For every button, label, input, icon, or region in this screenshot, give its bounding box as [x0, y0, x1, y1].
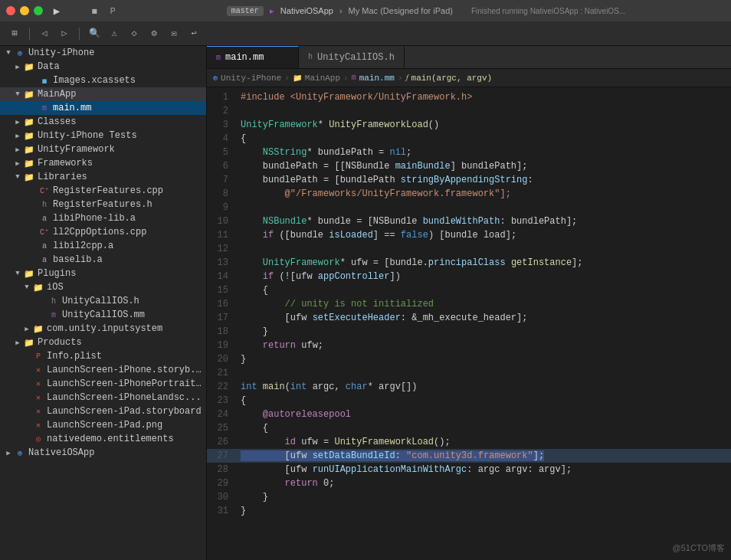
sidebar-item-info-plist[interactable]: P Info.plist	[0, 349, 206, 363]
tab-unitycallios-h[interactable]: h UnityCallIOS.h	[299, 46, 405, 68]
sidebar-item-main-mm[interactable]: m main.mm	[0, 101, 206, 115]
line-num: 4	[207, 132, 238, 146]
code-line-7: 7 bundlePath = [bundlePath stringByAppen…	[207, 173, 731, 187]
sidebar-item-unity-iphone[interactable]: ▼ ⊕ Unity-iPhone	[0, 46, 206, 60]
toolbar: ⊞ ◁ ▷ 🔍 ⚠ ◇ ⚙ ✉ ↩	[0, 21, 731, 46]
sidebar-item-launchscreen-ipad-story[interactable]: ✕ LaunchScreen-iPad.storyboard	[0, 404, 206, 418]
code-line-30: 30 }	[207, 490, 731, 504]
sidebar-item-data[interactable]: ▶ 📁 Data	[0, 60, 206, 74]
code-line-19: 19 return ufw;	[207, 339, 731, 352]
nav-back-btn[interactable]: ◁	[36, 25, 53, 42]
line-num: 13	[207, 256, 238, 270]
sidebar-item-plugins[interactable]: ▼ 📁 Plugins	[0, 267, 206, 280]
nav-forward-btn[interactable]: ▷	[56, 25, 73, 42]
tab-main-mm[interactable]: m main.mm	[207, 46, 299, 68]
close-button[interactable]	[6, 6, 15, 15]
comment-btn[interactable]: ✉	[166, 25, 182, 42]
gear-btn[interactable]: ⚙	[146, 25, 162, 42]
line-content: [ufw setExecuteHeader: &_mh_execute_head…	[238, 311, 527, 325]
sidebar-label: com.unity.inputsystem	[44, 323, 162, 334]
code-line-27: 27 [ufw setDataBundleId: "com.unity3d.fr…	[207, 449, 731, 463]
sidebar-item-products[interactable]: ▶ 📁 Products	[0, 336, 206, 349]
sidebar-item-launchscreen-portrait[interactable]: ✕ LaunchScreen-iPhonePortrait...	[0, 377, 206, 391]
sidebar-item-mainapp[interactable]: ▼ 📁 MainApp	[0, 87, 206, 101]
sidebar-item-images-xcassets[interactable]: ◼ Images.xcassets	[0, 74, 206, 87]
code-line-11: 11 if ([bundle isLoaded] == false) [bund…	[207, 228, 731, 242]
sidebar-item-ios[interactable]: ▼ 📁 iOS	[0, 280, 206, 294]
sidebar-item-registerfeatures-cpp[interactable]: C⁺ RegisterFeatures.cpp	[0, 184, 206, 198]
line-num: 24	[207, 408, 238, 421]
sidebar-label: LaunchScreen-iPhoneLandsc...	[44, 392, 202, 403]
sidebar-item-libiphone[interactable]: a libiPhone-lib.a	[0, 211, 206, 225]
code-editor[interactable]: 1 #include <UnityFramework/UnityFramewor…	[207, 87, 731, 560]
scheme-btn[interactable]: P	[106, 2, 123, 19]
folder-icon: 📁	[23, 62, 35, 72]
line-num: 21	[207, 366, 238, 380]
editor-area: m main.mm h UnityCallIOS.h ⊕ Unity-iPhon…	[207, 46, 731, 560]
sidebar-item-launchscreen-landscape[interactable]: ✕ LaunchScreen-iPhoneLandsc...	[0, 391, 206, 404]
breadcrumb-sep-3: ›	[398, 74, 403, 83]
sidebar-label: Images.xcassets	[51, 75, 136, 86]
line-num: 5	[207, 146, 238, 159]
sidebar-item-launchscreen-iphone[interactable]: ✕ LaunchScreen-iPhone.storyb...	[0, 363, 206, 377]
sidebar-item-unitycallios-h[interactable]: h UnityCallIOS.h	[0, 294, 206, 308]
plist-icon: P	[32, 352, 44, 361]
arrow-icon: ▼	[12, 270, 23, 277]
breadcrumb-file-label: main.mm	[359, 74, 395, 83]
sidebar-item-entitlements[interactable]: ◎ nativedemo.entitlements	[0, 432, 206, 446]
line-content: if (![ufw appController])	[238, 270, 401, 283]
line-content: @"/Frameworks/UnityFramework.framework"]…	[238, 187, 511, 201]
folder-icon: 📁	[32, 324, 44, 334]
code-line-28: 28 [ufw runUIApplicationMainWithArgc: ar…	[207, 463, 731, 476]
sidebar-label: Classes	[35, 116, 76, 127]
breadcrumb-project-label: Unity-iPhone	[221, 74, 281, 83]
search-btn[interactable]: 🔍	[86, 25, 103, 42]
sidebar-item-launchscreen-ipad-png[interactable]: ✕ LaunchScreen-iPad.png	[0, 418, 206, 432]
sidebar-item-il2cpp-opts[interactable]: C⁺ ll2CppOptions.cpp	[0, 225, 206, 239]
sidebar-item-registerfeatures-h[interactable]: h RegisterFeatures.h	[0, 198, 206, 211]
sidebar-item-nativeiosapp[interactable]: ▶ ⊕ NativeiOSApp	[0, 446, 206, 460]
sidebar-item-libil2cpp[interactable]: a libil2cpp.a	[0, 239, 206, 253]
sidebar-label: UnityCallIOS.h	[60, 296, 139, 306]
sidebar-label: UnityCallIOS.mm	[60, 309, 145, 320]
tab-icon-h: h	[308, 53, 313, 61]
diamond-btn[interactable]: ◇	[126, 25, 143, 42]
nav-sidebar-btn[interactable]: ⊞	[6, 25, 23, 42]
xcassets-icon: ◼	[38, 76, 51, 86]
sidebar-label: baselib.a	[51, 254, 103, 265]
sidebar-item-frameworks[interactable]: ▶ 📁 Frameworks	[0, 156, 206, 170]
line-content: bundlePath = [bundlePath stringByAppendi…	[238, 173, 533, 187]
line-num: 8	[207, 187, 238, 201]
play-button[interactable]: ▶	[48, 2, 66, 20]
sidebar-item-baselib[interactable]: a baselib.a	[0, 253, 206, 267]
sidebar-item-classes[interactable]: ▶ 📁 Classes	[0, 115, 206, 129]
line-num: 17	[207, 311, 238, 325]
sidebar-label: LaunchScreen-iPhone.storyb...	[44, 365, 206, 375]
sidebar-label: ll2CppOptions.cpp	[51, 227, 146, 237]
sidebar-label: LaunchScreen-iPad.png	[44, 420, 162, 431]
toolbar-sep-1	[29, 28, 30, 40]
storyboard-icon: ✕	[32, 407, 44, 416]
sidebar-item-unitycallios-mm[interactable]: m UnityCallIOS.mm	[0, 308, 206, 322]
sidebar-label: libil2cpp.a	[51, 241, 113, 251]
sidebar-item-tests[interactable]: ▶ 📁 Unity-iPhone Tests	[0, 129, 206, 142]
sidebar-item-inputsystem[interactable]: ▶ 📁 com.unity.inputsystem	[0, 322, 206, 336]
tab-bar: m main.mm h UnityCallIOS.h	[207, 46, 731, 69]
mm-icon: m	[48, 311, 60, 319]
code-line-16: 16 // unity is not initialized	[207, 297, 731, 311]
tab-icon-mm: m	[216, 54, 221, 62]
undo-btn[interactable]: ↩	[185, 25, 202, 42]
minimize-button[interactable]	[20, 6, 29, 15]
arrow-icon: ▶	[12, 132, 23, 140]
breadcrumb-func-icon: 𝑓	[406, 74, 408, 82]
sidebar-item-unityframework[interactable]: ▶ 📁 UnityFramework	[0, 142, 206, 156]
code-line-25: 25 {	[207, 421, 731, 435]
sidebar-item-libraries[interactable]: ▼ 📁 Libraries	[0, 170, 206, 184]
maximize-button[interactable]	[34, 6, 43, 15]
sidebar-label: main.mm	[51, 103, 91, 113]
warning-btn[interactable]: ⚠	[106, 25, 123, 42]
project-icon: ⊕	[14, 448, 26, 458]
mm-file-icon: m	[38, 104, 51, 113]
stop-btn[interactable]: ◼	[86, 2, 103, 19]
titlebar: ▶ ◼ P master ▸ NativeiOSApp › My Mac (De…	[0, 0, 731, 21]
